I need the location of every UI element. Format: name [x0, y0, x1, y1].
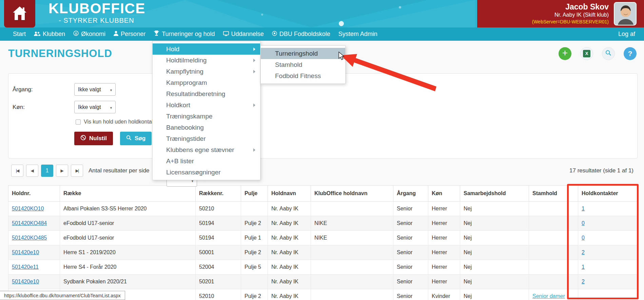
stamhold-link[interactable]: Senior damer	[532, 293, 565, 299]
coin-icon: $	[73, 31, 79, 38]
col-raekke[interactable]: Række	[60, 186, 196, 202]
menu-item-kampprogram[interactable]: Kampprogram	[153, 77, 260, 88]
nav-item-personer[interactable]: Personer	[114, 31, 145, 38]
col-samarbejdshold[interactable]: Samarbejdshold	[460, 186, 529, 202]
koen-select[interactable]: Ikke valgt	[74, 101, 116, 113]
reset-button-label: Nulstil	[89, 135, 107, 142]
cell-kluboffice_holdnavn	[311, 275, 393, 289]
menu-item-klubbens-egne-staevner[interactable]: Klubbens egne stævner	[153, 144, 260, 155]
logout-button[interactable]: Log af	[618, 31, 635, 38]
submenu-item-turneringshold[interactable]: Turneringshold	[261, 48, 345, 59]
cell-holdkontakter: 2	[578, 275, 638, 289]
holdkontakter-link[interactable]: 2	[582, 279, 585, 284]
col-aargang[interactable]: Årgang	[393, 186, 428, 202]
holdnr-link[interactable]: 501420e10	[12, 249, 39, 255]
menu-item-a-b-lister[interactable]: A+B lister	[153, 155, 260, 167]
cell-holdnr: 501420KO485	[8, 231, 60, 245]
excel-export-button[interactable]	[580, 47, 593, 60]
col-holdkontakter[interactable]: Holdkontakter	[578, 186, 638, 202]
holdkontakter-link[interactable]: 2	[582, 249, 585, 255]
page-number-button[interactable]: 1	[41, 165, 53, 177]
holdkontakter-link[interactable]: 0	[582, 235, 585, 241]
cell-pulje	[241, 275, 268, 289]
nav-item-system-admin[interactable]: System Admin	[338, 31, 377, 38]
reset-button[interactable]: Nulstil	[74, 132, 113, 145]
menu-item-traeningstider[interactable]: Træningstider	[153, 133, 260, 144]
cell-koen: Herrer	[428, 216, 460, 231]
holdnr-link[interactable]: 501420e10	[12, 279, 39, 284]
user-panel[interactable]: Jacob Skov Nr. Aaby IK (Skift klub) (Web…	[477, 0, 644, 27]
menu-item-kampflytning[interactable]: Kampflytning	[153, 66, 260, 77]
results-summary: 17 resultater (side 1 af 1)	[569, 167, 633, 174]
holdkontakter-link[interactable]: 1	[582, 206, 585, 211]
first-page-button[interactable]	[11, 165, 23, 177]
only-without-contacts-checkbox[interactable]	[76, 119, 81, 125]
kluboffice-logo[interactable]	[4, 0, 35, 27]
holdkontakter-link[interactable]: 0	[582, 220, 585, 226]
nav-label: Turneringer og hold	[162, 31, 215, 38]
col-holdnr[interactable]: Holdnr.	[8, 186, 60, 202]
col-koen[interactable]: Køn	[428, 186, 460, 202]
col-raekkenr[interactable]: Rækkenr.	[196, 186, 241, 202]
holdkontakter-link[interactable]: 1	[582, 264, 585, 270]
add-button[interactable]	[559, 47, 571, 60]
menu-item-resultatindberetning[interactable]: Resultatindberetning	[153, 88, 260, 99]
holdnr-link[interactable]: 501420e11	[12, 264, 39, 270]
next-page-button[interactable]	[56, 165, 68, 177]
cell-pulje	[241, 202, 268, 216]
submenu-item-stamhold[interactable]: Stamhold	[261, 59, 345, 70]
prev-page-button[interactable]	[26, 165, 38, 177]
search-toggle-button[interactable]	[602, 47, 615, 60]
cell-holdkontakter: 1	[578, 260, 638, 275]
cell-pulje: Pulje 5	[241, 260, 268, 275]
no-entry-icon	[80, 135, 86, 142]
cell-aargang: Senior	[393, 216, 428, 231]
cell-koen: Kvinder	[428, 289, 460, 300]
last-page-button[interactable]	[71, 165, 83, 177]
col-stamhold[interactable]: Stamhold	[529, 186, 578, 202]
nav-label: Start	[13, 31, 26, 38]
filter-panel: Årgang: Ikke valgt Køn: Ikke valgt Vis k…	[8, 73, 638, 158]
nav-item-uddannelse[interactable]: Uddannelse	[223, 31, 264, 38]
checkbox-label: Vis kun hold uden holdkontakt	[84, 119, 156, 125]
search-button[interactable]: Søg	[120, 132, 152, 145]
submenu-item-fodbold-fitness[interactable]: Fodbold Fitness	[261, 70, 345, 81]
menu-item-banebooking[interactable]: Banebooking	[153, 122, 260, 133]
nav-label: System Admin	[338, 31, 377, 38]
help-button[interactable]	[624, 47, 637, 60]
decorative-dot	[339, 21, 344, 26]
col-holdnavn[interactable]: Holdnavn	[268, 186, 311, 202]
cell-raekkenr: 50194	[196, 231, 241, 245]
cell-raekkenr: 50001	[196, 245, 241, 260]
cell-holdnr: 501420e10	[8, 275, 60, 289]
cell-kluboffice_holdnavn	[311, 289, 393, 300]
cell-holdnr: 501420e10	[8, 245, 60, 260]
nav-item-klubben[interactable]: Klubben	[34, 31, 65, 38]
col-kluboffice-holdnavn[interactable]: KlubOffice holdnavn	[311, 186, 393, 202]
cell-raekke: eFodbold U17-senior	[60, 231, 196, 245]
caret-down-icon	[110, 87, 113, 93]
menu-item-traeningskampe[interactable]: Træningskampe	[153, 111, 260, 122]
user-club-line[interactable]: Nr. Aaby IK (Skift klub)	[477, 11, 609, 19]
menu-item-holdtilmelding[interactable]: Holdtilmelding	[153, 55, 260, 66]
col-pulje[interactable]: Pulje	[241, 186, 268, 202]
holdnr-link[interactable]: 501420KO484	[12, 220, 47, 226]
aargang-select[interactable]: Ikke valgt	[74, 83, 116, 96]
header-pattern	[217, 0, 427, 27]
avatar	[614, 2, 637, 25]
app-header: KLUBOFFICE - STYRKER KLUBBEN Jacob Skov …	[0, 0, 644, 27]
menu-item-hold[interactable]: Hold	[153, 43, 260, 55]
menu-item-label: Klubbens egne stævner	[166, 146, 234, 154]
nav-item-okonomi[interactable]: $ Økonomi	[73, 31, 105, 38]
nav-item-start[interactable]: Start	[13, 31, 26, 38]
menu-item-licensansoegninger[interactable]: Licensansøgninger	[153, 167, 260, 178]
nav-item-turneringer-og-hold[interactable]: Turneringer og hold	[154, 31, 215, 38]
cell-kluboffice_holdnavn	[311, 245, 393, 260]
menu-item-label: A+B lister	[166, 157, 194, 165]
nav-item-dbu-fodboldskole[interactable]: DBU Fodboldskole	[272, 31, 330, 38]
holdnr-link[interactable]: 501420KO485	[12, 235, 47, 241]
magnifier-icon	[605, 50, 611, 57]
holdnr-link[interactable]: 501420KO10	[12, 206, 44, 211]
menu-item-holdkort[interactable]: Holdkort	[153, 99, 260, 111]
menu-item-label: Træningstider	[166, 135, 206, 143]
